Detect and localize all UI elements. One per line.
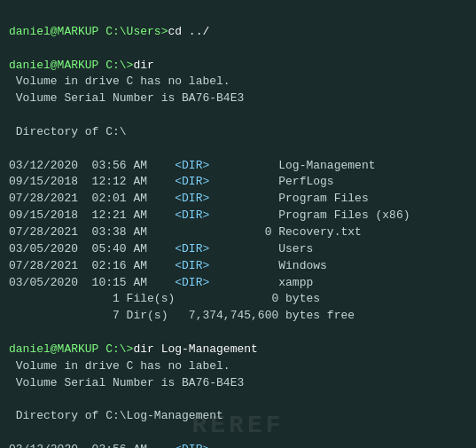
prompt-2: daniel@MARKUP C:\>dir (9, 59, 154, 72)
dir-header-1: Directory of C:\ (9, 125, 127, 138)
file-row-9: 03/12/2020 03:56 AM <DIR> . (9, 443, 285, 448)
vol-line-4: Volume Serial Number is BA76-B4E3 (9, 376, 244, 389)
prompt-3: daniel@MARKUP C:\>dir Log-Management (9, 342, 258, 356)
blank-3 (9, 142, 16, 155)
blank-5 (9, 392, 16, 405)
file-row-2: 09/15/2018 12:12 AM <DIR> PerfLogs (9, 175, 334, 188)
file-row-6: 03/05/2020 05:40 AM <DIR> Users (9, 242, 313, 255)
summary-1-1: 1 File(s) 0 bytes (9, 292, 320, 305)
blank-4 (9, 326, 16, 339)
vol-line-2: Volume Serial Number is BA76-B4E3 (9, 91, 244, 105)
prompt-1: daniel@MARKUP C:\Users>cd ../ (9, 25, 209, 38)
dir-header-2: Directory of C:\Log-Management (9, 409, 223, 422)
summary-1-2: 7 Dir(s) 7,374,745,600 bytes free (9, 309, 355, 322)
terminal-output: daniel@MARKUP C:\Users>cd ../ daniel@MAR… (9, 7, 467, 448)
blank-2 (9, 108, 16, 122)
file-row-4: 09/15/2018 12:21 AM <DIR> Program Files … (9, 208, 410, 222)
file-row-8: 03/05/2020 10:15 AM <DIR> xampp (9, 276, 313, 289)
file-row-1: 03/12/2020 03:56 AM <DIR> Log-Management (9, 159, 375, 172)
file-row-3: 07/28/2021 02:01 AM <DIR> Program Files (9, 192, 369, 205)
vol-line-1: Volume in drive C has no label. (9, 75, 230, 88)
file-row-5: 07/28/2021 03:38 AM 0 Recovery.txt (9, 225, 362, 239)
blank-1 (9, 42, 16, 55)
vol-line-3: Volume in drive C has no label. (9, 359, 230, 373)
blank-6 (9, 426, 16, 439)
file-row-7: 07/28/2021 02:16 AM <DIR> Windows (9, 259, 327, 272)
